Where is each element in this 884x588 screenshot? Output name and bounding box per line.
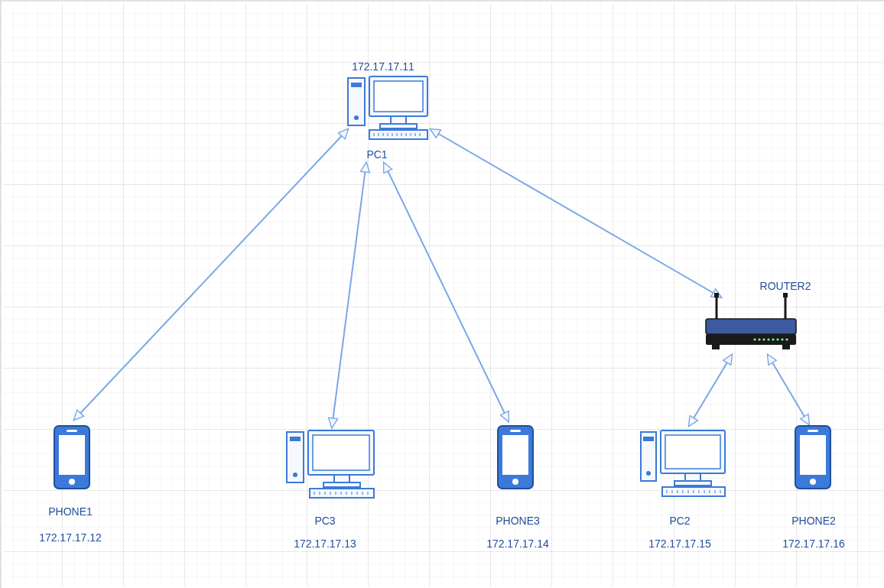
pc3-ip-label: 172.17.17.13 [294, 538, 356, 550]
svg-rect-38 [67, 430, 77, 432]
svg-rect-35 [54, 426, 89, 489]
svg-rect-22 [783, 293, 788, 297]
link-pc1-phone1 [74, 129, 348, 420]
link-router2-pc2 [689, 355, 732, 426]
connections-layer [1, 1, 884, 588]
svg-rect-24 [706, 334, 796, 345]
router2-name-label: ROUTER2 [760, 280, 811, 292]
svg-point-28 [767, 338, 769, 340]
svg-rect-68 [674, 481, 711, 486]
svg-rect-82 [800, 435, 826, 475]
pc1-ip-label: 172.17.17.11 [352, 60, 414, 73]
svg-rect-44 [334, 475, 349, 482]
svg-rect-5 [391, 116, 406, 124]
phone-icon [51, 424, 93, 492]
svg-rect-62 [641, 432, 656, 481]
svg-rect-84 [808, 430, 818, 432]
phone2-name-label: PHONE2 [791, 515, 836, 527]
link-pc1-pc3 [332, 163, 366, 427]
svg-rect-23 [706, 319, 796, 334]
svg-point-41 [293, 473, 297, 477]
diagram-canvas: 172.17.17.11 PC1 ROUTER2 [0, 0, 884, 588]
svg-rect-20 [714, 293, 719, 297]
svg-rect-42 [308, 430, 374, 475]
router-icon [701, 291, 801, 352]
svg-rect-81 [795, 426, 830, 489]
svg-rect-58 [498, 426, 533, 489]
svg-rect-7 [369, 130, 427, 139]
svg-point-83 [810, 479, 816, 485]
svg-point-29 [772, 338, 774, 340]
phone3-name-label: PHONE3 [496, 515, 540, 527]
pc2-ip-label: 172.17.17.15 [648, 538, 711, 550]
phone-icon [495, 424, 536, 492]
link-pc1-router2 [431, 129, 721, 297]
svg-rect-6 [380, 124, 417, 128]
svg-rect-46 [310, 489, 374, 498]
phone3-ip-label: 172.17.17.14 [486, 538, 549, 550]
svg-point-37 [69, 479, 75, 485]
pc3-name-label: PC3 [314, 515, 335, 527]
svg-rect-34 [782, 345, 790, 349]
phone1-ip-label: 172.17.17.12 [39, 531, 102, 544]
phone1-name-label: PHONE1 [48, 505, 93, 518]
svg-rect-69 [662, 487, 725, 496]
svg-rect-61 [510, 430, 521, 432]
svg-point-64 [646, 471, 651, 476]
svg-point-31 [781, 338, 783, 340]
svg-point-26 [758, 338, 760, 340]
pc1-name-label: PC1 [366, 148, 387, 161]
svg-rect-66 [665, 435, 720, 469]
svg-rect-65 [661, 430, 725, 473]
svg-rect-36 [59, 435, 85, 475]
svg-rect-3 [369, 76, 427, 116]
pc-icon [285, 427, 377, 501]
svg-rect-63 [643, 437, 654, 441]
svg-point-30 [776, 338, 778, 340]
svg-rect-0 [348, 78, 365, 125]
svg-rect-43 [313, 435, 369, 470]
link-pc1-phone3 [384, 163, 509, 421]
svg-rect-67 [685, 473, 700, 481]
svg-rect-45 [323, 482, 360, 487]
svg-rect-4 [374, 81, 423, 112]
link-router2-phone2 [768, 355, 809, 424]
svg-rect-33 [712, 345, 720, 349]
svg-rect-59 [502, 435, 528, 475]
phone-icon [792, 424, 834, 492]
phone2-ip-label: 172.17.17.16 [782, 538, 845, 550]
pc2-name-label: PC2 [669, 515, 690, 527]
svg-rect-1 [351, 83, 362, 87]
svg-point-2 [354, 115, 359, 120]
svg-point-60 [512, 479, 518, 485]
svg-point-27 [762, 338, 765, 340]
svg-rect-40 [290, 437, 301, 441]
svg-rect-39 [287, 432, 304, 482]
pc-icon [639, 427, 730, 499]
svg-point-32 [785, 338, 788, 340]
svg-point-25 [753, 338, 756, 340]
pc-icon [346, 73, 431, 142]
